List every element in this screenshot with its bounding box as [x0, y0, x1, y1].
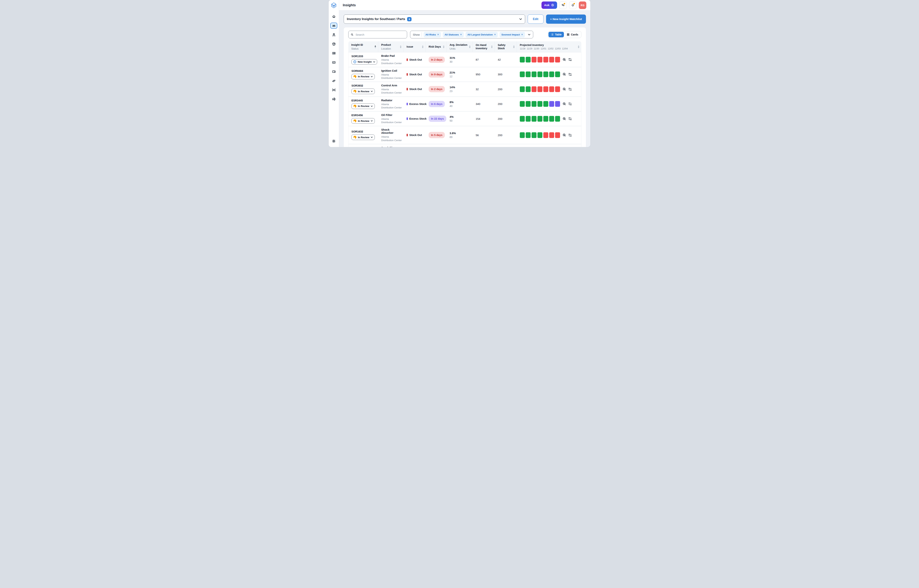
status-dropdown[interactable]: ! In Review: [351, 89, 375, 94]
sidebar-item-settings[interactable]: [330, 138, 337, 144]
insight-id: SOR8484: [351, 69, 376, 73]
insight-id: SOR1632: [351, 147, 376, 147]
feedback-button[interactable]: [559, 2, 567, 9]
product-name: Shock Absorber: [381, 128, 402, 134]
chevron-down-icon[interactable]: [527, 34, 531, 36]
projected-day-cell: [531, 101, 536, 107]
issue-label: Stock Out: [409, 73, 422, 76]
sort-icon[interactable]: [400, 45, 401, 48]
projected-day-cell: [520, 116, 525, 122]
product-cell: Ignition Coil Atlanta Distribution Cente…: [378, 69, 404, 80]
risk-days-pill: In 6 days: [429, 101, 445, 107]
page-title: Insights: [343, 3, 356, 7]
transfer-action-button[interactable]: [568, 87, 572, 91]
filter-chip-all-statuses[interactable]: All Statuses✕: [443, 32, 464, 37]
edit-watchlist-button[interactable]: Edit: [528, 15, 543, 24]
projected-day-cell: [555, 116, 560, 122]
transfer-action-button[interactable]: [568, 117, 572, 121]
projected-squares: [520, 132, 560, 138]
projected-squares: [520, 71, 560, 77]
search-input[interactable]: [355, 33, 405, 36]
projected-day-cell: [549, 132, 554, 138]
projected-day-cell: [520, 71, 525, 77]
projected-day-cell: [555, 101, 560, 107]
on-hand-cell: 950: [473, 73, 495, 76]
column-subtitle: Location: [381, 47, 399, 50]
column-header-issue[interactable]: Issue: [404, 41, 425, 52]
insights-table: Insight ID Status Product Location Issue: [348, 41, 581, 147]
sort-icon[interactable]: [375, 45, 376, 48]
transfer-action-button[interactable]: [568, 102, 572, 106]
sort-icon[interactable]: [469, 45, 470, 48]
magnifier-pulse-icon: [562, 87, 566, 91]
list-view-icon: [551, 33, 554, 36]
insight-id: SOR3932: [351, 84, 376, 87]
product-location: Atlanta Distribution Center: [381, 103, 402, 109]
analyze-insight-button[interactable]: [562, 133, 566, 137]
status-dropdown[interactable]: ! In Review: [351, 134, 375, 140]
analyze-insight-button[interactable]: [562, 73, 566, 76]
divider: [422, 32, 422, 37]
column-header-risk-days[interactable]: Risk Days: [425, 41, 446, 52]
avatar[interactable]: RS: [579, 2, 586, 9]
search-box[interactable]: [348, 31, 407, 39]
app-logo-icon[interactable]: [329, 0, 339, 10]
sidebar-item-order-list[interactable]: [330, 50, 337, 56]
sidebar-item-locations[interactable]: [330, 32, 337, 38]
status-dropdown[interactable]: ! New Insight: [351, 59, 377, 65]
filter-chip-largest-deviation[interactable]: All Largest Deiviation✕: [465, 32, 498, 37]
filter-chip-soonest-impact[interactable]: Soonest Impact✕: [499, 32, 525, 37]
sort-icon[interactable]: [443, 45, 444, 48]
sort-icon[interactable]: [491, 45, 493, 48]
chip-remove-icon[interactable]: ✕: [494, 33, 496, 36]
column-header-product[interactable]: Product Location: [378, 41, 404, 52]
sort-icon[interactable]: [578, 45, 579, 48]
chip-remove-icon[interactable]: ✕: [460, 33, 462, 36]
sidebar-item-network[interactable]: [330, 87, 337, 93]
sidebar-item-insights[interactable]: [330, 23, 337, 29]
sort-icon[interactable]: [422, 45, 423, 48]
table-view-button[interactable]: Table: [548, 32, 564, 37]
sort-icon[interactable]: [513, 45, 515, 48]
sidebar-item-schedule[interactable]: [330, 69, 337, 74]
column-header-on-hand[interactable]: On Hand Inventory: [473, 41, 494, 52]
column-subtitle: Units: [450, 47, 468, 50]
ask-button[interactable]: Ask: [541, 2, 557, 9]
sidebar-item-radar[interactable]: [330, 96, 337, 102]
safety-stock-cell: 200: [495, 134, 517, 137]
analyze-insight-button[interactable]: [562, 102, 566, 106]
analyze-insight-button[interactable]: [562, 117, 566, 121]
sidebar-item-sustainability[interactable]: [330, 78, 337, 84]
analyze-insight-button[interactable]: [562, 58, 566, 61]
column-header-avg-deviation[interactable]: Avg. Deviation Units: [446, 41, 473, 52]
sidebar-item-home[interactable]: [330, 13, 337, 19]
sidebar-item-trend-report[interactable]: [330, 59, 337, 65]
risk-days-cell: In 2 days: [426, 86, 447, 92]
status-dropdown[interactable]: ! In Review: [351, 103, 375, 109]
new-insight-watchlist-button[interactable]: + New Insight Watchlist: [546, 15, 586, 24]
watchlist-select[interactable]: Inventory Insights for Southeast / Parts…: [344, 15, 525, 24]
chip-remove-icon[interactable]: ✕: [521, 33, 523, 36]
deviation-cell: 14% 23: [447, 86, 473, 93]
deviation-percent: 21%: [450, 71, 471, 74]
transfer-action-button[interactable]: [568, 58, 572, 61]
column-header-insight-id[interactable]: Insight ID Status: [348, 41, 378, 52]
sidebar-item-products[interactable]: [330, 41, 337, 47]
analyze-insight-button[interactable]: [562, 87, 566, 91]
column-header-projected-inventory[interactable]: Projected Inventory 11/28 11/29 11/30 12…: [517, 41, 581, 52]
transfer-action-button[interactable]: [568, 133, 572, 137]
chip-remove-icon[interactable]: ✕: [437, 33, 439, 36]
status-dropdown[interactable]: ! In Review: [351, 74, 375, 79]
transfer-action-button[interactable]: [568, 73, 572, 76]
swap-repeat-icon: [568, 102, 572, 106]
filter-chip-all-risks[interactable]: All Risks✕: [424, 32, 441, 37]
projected-day-cell: [526, 132, 531, 138]
status-dropdown[interactable]: ! In Review: [351, 118, 375, 124]
in-review-progress-icon: [354, 75, 356, 78]
cards-view-button[interactable]: Cards: [564, 32, 581, 37]
table-row: ESR3456 ! In Review Oil Filter Atlanta D…: [348, 111, 581, 126]
notifications-button[interactable]: [569, 2, 577, 9]
projected-day-cell: [520, 86, 525, 92]
column-header-safety-stock[interactable]: Safety Stock: [494, 41, 517, 52]
table-row: ESR3445 ! In Review Radiator Atlanta Dis…: [348, 97, 581, 111]
